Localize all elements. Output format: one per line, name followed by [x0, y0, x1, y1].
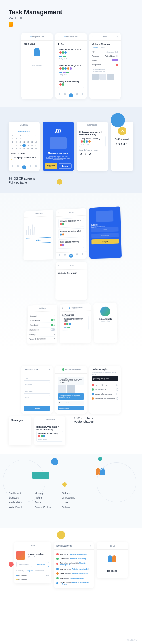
settings-timezone[interactable]: Time Zone [30, 322, 55, 328]
verify-code[interactable]: 12000 [113, 143, 131, 146]
notification-item[interactable]: Matt added a checklist to Website redesi… [56, 561, 91, 567]
section-skewed-screens: Statistics Filter ‹To Do Website Redesig… [0, 193, 142, 352]
tab-documents[interactable]: Documents [36, 570, 44, 572]
invite-person[interactable]: juan@design.com [92, 387, 118, 392]
settings-terms[interactable]: Terms & Conditions› [29, 337, 55, 341]
toggle-notifications [51, 319, 55, 321]
filter-button[interactable]: Filter [26, 237, 51, 243]
decoration-circle [57, 179, 62, 185]
chat-message: Perfect! Thanks! [58, 406, 84, 410]
task-card[interactable]: Daily Scrum Meeting [58, 79, 84, 88]
couch-illustration [32, 472, 49, 479]
empty-illustration [106, 555, 118, 567]
tab-bar: + [55, 92, 87, 99]
login-submit[interactable]: Login [91, 239, 119, 244]
task-card[interactable]: Website Redesign v2.0Today · 4:30 [58, 63, 84, 77]
notification-item[interactable]: Brian watched Website redesign v2.0 [56, 571, 91, 576]
hero-screens: ‹Project Name Add a Board Add a Board ‹P… [9, 33, 133, 99]
screen-login: Login Login to your account Email Passwo… [89, 206, 122, 259]
calendar-today: Today - 5 tasks [11, 153, 37, 155]
decoration-circle [97, 462, 136, 502]
notification-item[interactable]: Liam added Moodboard Ideas [56, 576, 91, 580]
screen-chat: ‹Lauren McKenzie Hi Lauren! Any update o… [55, 366, 87, 414]
screen-settings: Settings Account› Notifications Time Zon… [27, 305, 57, 344]
task-title: Website Redesign [92, 43, 118, 45]
create-button[interactable]: Create [24, 406, 50, 411]
tab-overview[interactable]: Overview [92, 47, 98, 48]
task-card[interactable]: Website Redesign v2.0Today · 4:30 [58, 47, 84, 61]
tab-icon[interactable] [64, 93, 66, 95]
page-subtitle: Mobile UI Kit [9, 16, 133, 20]
section-notifications: Profile James Parker@ParkerJames Change … [0, 528, 142, 613]
notification-item[interactable]: Lauren moved Fix bug on dashboard by 7 d… [56, 580, 91, 586]
feature-editable: 100% Editable Vector shapes [68, 416, 133, 445]
profile-handle: @ParkerJames [27, 556, 44, 558]
notification-item[interactable]: Liam added Daily Scrum Meeting [56, 557, 91, 561]
date-field[interactable]: Date [24, 395, 50, 400]
login-illustration [96, 210, 113, 222]
screen-calendar: Calendar JANUARY 2019 MTWTFSS 1234567 89… [9, 122, 40, 171]
fab-add[interactable]: + [69, 93, 73, 97]
profile-avatar [16, 551, 25, 560]
invite-email-field[interactable]: jessica@design.com [93, 378, 109, 380]
invite-person[interactable]: m_moss@design.com [92, 383, 118, 387]
screen-todo: ‹Project Name To Do Website Redesign v2.… [55, 33, 87, 99]
project-row[interactable]: Project - 01+81 [16, 573, 49, 577]
signup-button[interactable]: Sign Up [45, 163, 57, 169]
notification-item[interactable]: Matt started Website redesign 2.0 [56, 552, 91, 557]
settings-privacy[interactable]: Privacy› [29, 332, 55, 337]
project-row[interactable]: Project - 02 [16, 577, 49, 581]
invite-header: Invite People [92, 368, 118, 371]
tab-projects[interactable]: Projects [27, 570, 33, 572]
close-icon[interactable]: × [49, 368, 50, 370]
close-icon[interactable]: × [90, 545, 91, 547]
feature-text: 28 iOS XR screens Fully editable [9, 177, 133, 184]
calendar-grid[interactable]: MTWTFSS 1234567 891011121314 15161718192… [11, 134, 37, 150]
login-button[interactable]: Login [59, 163, 72, 169]
screen-verify: ✉ Verify Account 12000 [111, 122, 133, 171]
password-field[interactable]: Password [91, 233, 119, 238]
todo-heading: To Do [58, 43, 84, 45]
calendar-task[interactable]: Homepage Iteration v2.0 [13, 156, 36, 158]
back-icon[interactable]: ‹ [24, 35, 24, 38]
section-create-invite: Create a Task× Title Category Add Label … [0, 352, 142, 454]
invite-desc: Not listed? Input email address to invit… [92, 372, 118, 375]
screen-statistics: Statistics Filter [23, 210, 53, 260]
add-board-title: Add a Board [24, 43, 50, 45]
back-icon[interactable]: ‹ [92, 35, 93, 38]
screen-notifications: Notifications× Matt started Website rede… [54, 542, 94, 588]
title-field[interactable]: Title [24, 376, 50, 381]
verify-title: Verify Account [113, 138, 131, 140]
sketch-icon [9, 22, 13, 27]
back-icon[interactable]: ‹ [58, 35, 59, 38]
screen-create-task: Create a Task× Title Category Add Label … [21, 366, 53, 414]
notification-item[interactable]: Lauren moved Website redesign 2.0 [56, 567, 91, 571]
onboard-illustration [50, 137, 67, 149]
tab-icon[interactable] [82, 93, 83, 95]
section-calendar-dashboard: Calendar JANUARY 2019 MTWTFSS 1234567 89… [0, 107, 142, 193]
decoration-dot [9, 562, 14, 567]
change-photo-button[interactable]: Change Photo [16, 562, 32, 567]
decoration-dot [51, 458, 58, 465]
screen-profile: Profile James Parker@ParkerJames Change … [14, 542, 51, 583]
edit-profile-button[interactable]: Edit Profile [34, 562, 49, 567]
tab-summary[interactable]: Summary [16, 570, 24, 572]
tab-home-icon[interactable] [59, 93, 60, 95]
screen-no-tasks: ‹To Do No Tasks [97, 542, 128, 578]
screen-todo-list: ‹To Do Website Redesign v2.0 Website Red… [56, 208, 87, 259]
tab-icon[interactable] [76, 93, 78, 95]
category-field[interactable]: Category [24, 382, 50, 387]
close-icon[interactable]: × [117, 36, 118, 38]
invite-person[interactable]: smithcreative@design.com [92, 396, 118, 401]
onboard-desc: Organize and simplify your tasks. Collab… [45, 155, 72, 161]
decoration-dot [98, 457, 102, 461]
label-field[interactable]: Add Label [24, 389, 50, 394]
settings-darkmode[interactable]: Dark Mode [30, 327, 55, 333]
hero-section: Task Management Mobile UI Kit ‹Project N… [0, 0, 142, 107]
invite-person[interactable]: bstevens@design.com [92, 392, 118, 396]
section-pages: DashboardStatisticsNotificationsInvite P… [0, 454, 142, 528]
tab-activity[interactable]: Activity [101, 47, 105, 48]
calendar-month: JANUARY 2019 [11, 131, 37, 132]
toggle-timezone [51, 324, 55, 326]
add-board-cta[interactable]: Add a Board [24, 65, 50, 66]
